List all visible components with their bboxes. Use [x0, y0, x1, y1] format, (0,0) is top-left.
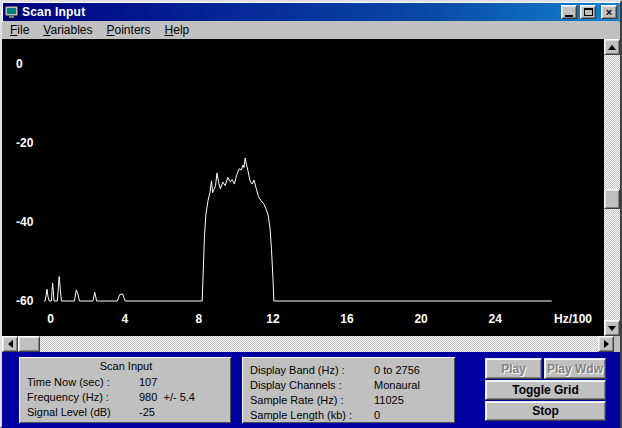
- signal-level-label: Signal Level (dB): [27, 406, 139, 418]
- app-window: Scan Input × File Variables Pointers Hel…: [0, 0, 622, 428]
- arrow-left-icon: [8, 340, 13, 348]
- menu-pointers[interactable]: Pointers: [100, 22, 158, 39]
- menu-bar: File Variables Pointers Help: [2, 22, 620, 39]
- close-button[interactable]: ×: [601, 5, 617, 19]
- display-channels-label: Display Channels :: [250, 379, 374, 391]
- svg-text:-60: -60: [16, 294, 34, 308]
- stop-button[interactable]: Stop: [485, 401, 606, 421]
- play-wdw-button[interactable]: Play Wdw: [544, 358, 606, 379]
- title-bar[interactable]: Scan Input ×: [3, 3, 619, 21]
- signal-level-value: -25: [139, 406, 225, 418]
- arrow-up-icon: [608, 45, 616, 50]
- svg-text:-20: -20: [16, 136, 34, 150]
- spectrum-plot: 0-20-40-6004812162024Hz/100: [2, 39, 620, 352]
- horizontal-scroll-thumb[interactable]: [18, 336, 40, 352]
- svg-text:0: 0: [16, 57, 23, 71]
- maximize-button[interactable]: [580, 5, 596, 19]
- signal-level-row: Signal Level (dB) -25: [27, 404, 225, 419]
- time-now-label: Time Now (sec) :: [27, 376, 139, 388]
- spectrum-plot-area: 0-20-40-6004812162024Hz/100: [2, 39, 620, 352]
- scan-panel-title: Scan Input: [27, 360, 225, 374]
- svg-text:16: 16: [340, 312, 354, 326]
- time-now-value: 107: [139, 376, 225, 388]
- svg-text:12: 12: [266, 312, 280, 326]
- display-band-label: Display Band (Hz) :: [250, 364, 374, 376]
- sample-length-value: 0: [374, 409, 449, 421]
- vertical-scrollbar[interactable]: [604, 39, 620, 336]
- frequency-label: Frequency (Hz) :: [27, 391, 139, 403]
- minimize-button[interactable]: [561, 5, 577, 19]
- menu-help[interactable]: Help: [158, 22, 197, 39]
- minimize-icon: [565, 15, 573, 17]
- menu-variables[interactable]: Variables: [36, 22, 99, 39]
- arrow-right-icon: [604, 340, 609, 348]
- display-info-panel: Display Band (Hz) : 0 to 2756 Display Ch…: [242, 357, 455, 423]
- window-title: Scan Input: [22, 5, 558, 19]
- arrow-down-icon: [608, 326, 616, 331]
- menu-file[interactable]: File: [3, 22, 36, 39]
- display-channels-row: Display Channels : Monaural: [250, 377, 449, 392]
- scroll-right-button[interactable]: [598, 336, 614, 352]
- scroll-up-button[interactable]: [604, 39, 620, 55]
- time-now-row: Time Now (sec) : 107: [27, 374, 225, 389]
- svg-text:Hz/100: Hz/100: [554, 312, 592, 326]
- status-area: Scan Input Time Now (sec) : 107 Frequenc…: [2, 352, 620, 428]
- display-band-row: Display Band (Hz) : 0 to 2756: [250, 362, 449, 377]
- playback-buttons: Play Play Wdw Toggle Grid Stop: [485, 358, 606, 421]
- frequency-row: Frequency (Hz) : 980 +/- 5.4: [27, 389, 225, 404]
- svg-text:8: 8: [196, 312, 203, 326]
- maximize-icon: [584, 8, 593, 16]
- svg-text:-40: -40: [16, 215, 34, 229]
- svg-text:24: 24: [489, 312, 503, 326]
- display-band-value: 0 to 2756: [374, 364, 449, 376]
- toggle-grid-button[interactable]: Toggle Grid: [485, 380, 606, 400]
- display-channels-value: Monaural: [374, 379, 449, 391]
- horizontal-scroll-track[interactable]: [18, 336, 598, 352]
- frequency-value: 980 +/- 5.4: [139, 391, 225, 403]
- vertical-scroll-thumb[interactable]: [604, 189, 620, 209]
- svg-text:20: 20: [414, 312, 428, 326]
- scan-info-panel: Scan Input Time Now (sec) : 107 Frequenc…: [19, 357, 231, 423]
- sample-length-label: Sample Length (kb) :: [250, 409, 374, 421]
- scroll-left-button[interactable]: [2, 336, 18, 352]
- app-monitor-icon: [5, 6, 19, 19]
- svg-text:4: 4: [121, 312, 128, 326]
- svg-text:0: 0: [47, 312, 54, 326]
- sample-rate-value: 11025: [374, 394, 449, 406]
- scroll-down-button[interactable]: [604, 320, 620, 336]
- vertical-scroll-track[interactable]: [604, 55, 620, 320]
- horizontal-scrollbar[interactable]: [2, 336, 614, 352]
- sample-rate-row: Sample Rate (Hz) : 11025: [250, 392, 449, 407]
- sample-length-row: Sample Length (kb) : 0: [250, 407, 449, 422]
- scrollbar-corner: [614, 336, 620, 352]
- play-button-row: Play Play Wdw: [485, 358, 606, 379]
- sample-rate-label: Sample Rate (Hz) :: [250, 394, 374, 406]
- play-button[interactable]: Play: [485, 358, 542, 379]
- close-icon: ×: [606, 7, 612, 17]
